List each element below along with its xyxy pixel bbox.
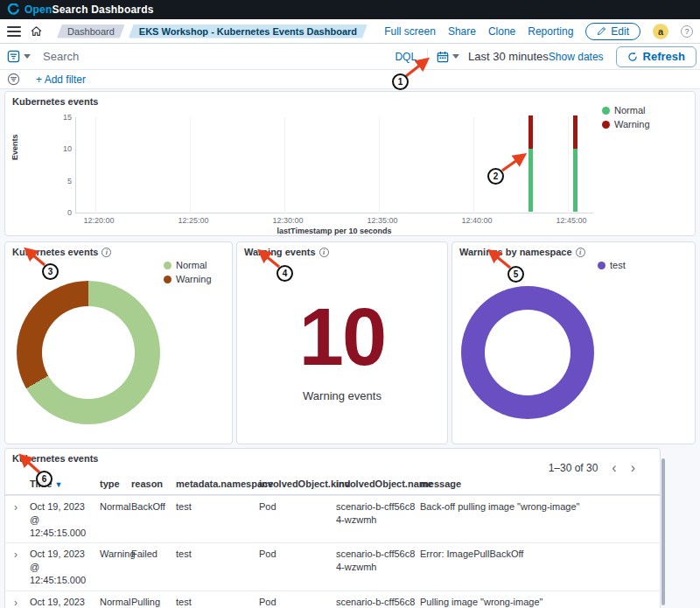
add-filter-button[interactable]: + Add filter bbox=[36, 73, 86, 86]
warning-events-metric-panel: Warning eventsi 10 Warning events bbox=[236, 241, 448, 444]
info-icon[interactable]: i bbox=[576, 248, 585, 257]
menu-icon[interactable] bbox=[7, 26, 21, 37]
breadcrumb: Dashboard EKS Workshop - Kubernetes Even… bbox=[57, 24, 368, 38]
expand-row-icon[interactable]: › bbox=[5, 496, 30, 543]
legend-dot-normal bbox=[164, 262, 172, 269]
table-row: › Oct 19, 2023 @ 12:45:15.000 Warning Fa… bbox=[5, 542, 660, 591]
legend-item-normal[interactable]: Normal bbox=[602, 105, 650, 115]
x-axis-label: lastTimestamp per 10 seconds bbox=[75, 227, 593, 235]
expand-row-icon[interactable]: › bbox=[5, 543, 30, 591]
divider bbox=[427, 49, 428, 65]
table-header-row: Time▼ type reason metadata.namespace inv… bbox=[5, 473, 660, 495]
legend-item-test[interactable]: test bbox=[598, 260, 626, 270]
pencil-icon bbox=[597, 26, 606, 36]
avatar[interactable]: a bbox=[653, 24, 668, 39]
kubernetes-events-donut-panel: Kubernetes eventsi Normal Warning bbox=[4, 241, 233, 444]
time-range-value[interactable]: Last 30 minutes bbox=[468, 50, 549, 63]
nav-bar: Dashboard EKS Workshop - Kubernetes Even… bbox=[0, 19, 700, 44]
edit-button[interactable]: Edit bbox=[585, 23, 640, 40]
metric-label: Warning events bbox=[237, 389, 447, 402]
refresh-button[interactable]: Refresh bbox=[616, 46, 696, 67]
column-kind[interactable]: involvedObject.kind bbox=[259, 473, 336, 494]
sort-down-icon: ▼ bbox=[54, 480, 62, 489]
namespace-donut-chart[interactable] bbox=[461, 286, 594, 419]
clone-link[interactable]: Clone bbox=[488, 25, 515, 38]
column-time[interactable]: Time▼ bbox=[30, 473, 100, 494]
panel-title: Warning events bbox=[244, 247, 316, 257]
opensearch-dashboards-app: OpenSearch Dashboards Dashboard EKS Work… bbox=[0, 0, 700, 608]
table-row: › Oct 19, 2023 @ 12:45:15.000 Normal Bac… bbox=[5, 495, 660, 543]
column-name[interactable]: involvedObject.name bbox=[336, 473, 420, 494]
x-tick: 12:40:00 bbox=[451, 216, 503, 225]
events-donut-chart[interactable] bbox=[17, 281, 160, 424]
legend-dot-warning bbox=[602, 121, 610, 129]
breadcrumb-dashboard[interactable]: Dashboard bbox=[57, 24, 125, 38]
column-reason[interactable]: reason bbox=[131, 473, 176, 494]
breadcrumb-current-dashboard[interactable]: EKS Workshop - Kubernetes Events Dashboa… bbox=[129, 24, 368, 38]
column-namespace[interactable]: metadata.namespace bbox=[176, 473, 259, 494]
query-bar: DQL Last 30 minutes Show dates Refresh bbox=[0, 44, 700, 70]
panel-title: Warnings by namespace bbox=[459, 247, 572, 257]
kubernetes-events-table-panel: Kubernetes events 1–30 of 30 ‹ › Time▼ t… bbox=[4, 448, 661, 608]
stacked-bar[interactable] bbox=[528, 115, 533, 212]
info-icon[interactable]: i bbox=[102, 248, 111, 257]
saved-query-icon[interactable] bbox=[7, 50, 20, 63]
x-tick: 12:30:00 bbox=[262, 216, 314, 225]
expand-row-icon[interactable]: › bbox=[5, 591, 30, 608]
legend-item-normal[interactable]: Normal bbox=[164, 260, 212, 270]
opensearch-logo-icon bbox=[7, 3, 19, 16]
app-title: OpenSearch Dashboards bbox=[24, 3, 154, 16]
legend-dot-warning bbox=[164, 276, 172, 283]
filter-icon[interactable] bbox=[7, 73, 20, 86]
chevron-down-icon[interactable] bbox=[24, 54, 31, 59]
panel-title: Kubernetes events bbox=[12, 453, 98, 464]
home-icon[interactable] bbox=[30, 25, 43, 38]
refresh-icon bbox=[627, 52, 638, 62]
y-tick: 10 bbox=[54, 144, 72, 153]
chart-plot-area[interactable] bbox=[75, 117, 593, 213]
table-scrollbar[interactable] bbox=[662, 458, 665, 605]
y-tick: 15 bbox=[54, 113, 72, 122]
x-tick: 12:20:00 bbox=[73, 216, 125, 225]
chart-legend: Normal Warning bbox=[602, 105, 650, 129]
show-dates-link[interactable]: Show dates bbox=[549, 51, 604, 63]
warnings-by-namespace-panel: Warnings by namespacei test bbox=[452, 241, 696, 444]
stacked-bar[interactable] bbox=[573, 115, 578, 212]
legend-dot-test bbox=[598, 262, 606, 269]
info-icon[interactable]: i bbox=[319, 248, 329, 257]
x-tick: 12:25:00 bbox=[167, 216, 220, 225]
search-input[interactable] bbox=[43, 50, 395, 63]
legend-item-warning[interactable]: Warning bbox=[164, 274, 212, 284]
calendar-icon[interactable] bbox=[437, 51, 449, 63]
legend-item-warning[interactable]: Warning bbox=[602, 119, 650, 129]
y-tick: 0 bbox=[54, 208, 72, 217]
table-row: › Oct 19, 2023 @ 12:45:14.000 Normal Pul… bbox=[5, 591, 660, 608]
help-icon[interactable]: ? bbox=[681, 25, 693, 38]
donut-legend: Normal Warning bbox=[164, 260, 212, 284]
panel-title: Kubernetes events bbox=[12, 247, 98, 257]
app-header: OpenSearch Dashboards bbox=[0, 0, 700, 19]
x-tick: 12:35:00 bbox=[356, 216, 409, 225]
donut-legend: test bbox=[598, 260, 626, 270]
share-link[interactable]: Share bbox=[448, 25, 476, 38]
reporting-link[interactable]: Reporting bbox=[528, 25, 573, 38]
metric-value: 10 bbox=[237, 297, 447, 377]
filter-bar: + Add filter bbox=[0, 70, 700, 89]
y-axis-label: Events bbox=[10, 134, 19, 160]
x-tick: 12:45:00 bbox=[545, 216, 598, 225]
full-screen-link[interactable]: Full screen bbox=[384, 25, 436, 38]
events-table: Time▼ type reason metadata.namespace inv… bbox=[5, 473, 660, 608]
y-tick: 5 bbox=[54, 177, 72, 185]
chevron-down-icon[interactable] bbox=[452, 54, 459, 59]
column-type[interactable]: type bbox=[100, 473, 131, 494]
kubernetes-events-chart-panel: Kubernetes events Events 15 10 5 0 12:20… bbox=[4, 91, 696, 236]
dql-button[interactable]: DQL bbox=[395, 51, 416, 63]
panel-title: Kubernetes events bbox=[12, 96, 98, 107]
column-message[interactable]: message bbox=[420, 473, 660, 494]
pagination-range: 1–30 of 30 bbox=[549, 462, 598, 474]
legend-dot-normal bbox=[602, 107, 610, 115]
